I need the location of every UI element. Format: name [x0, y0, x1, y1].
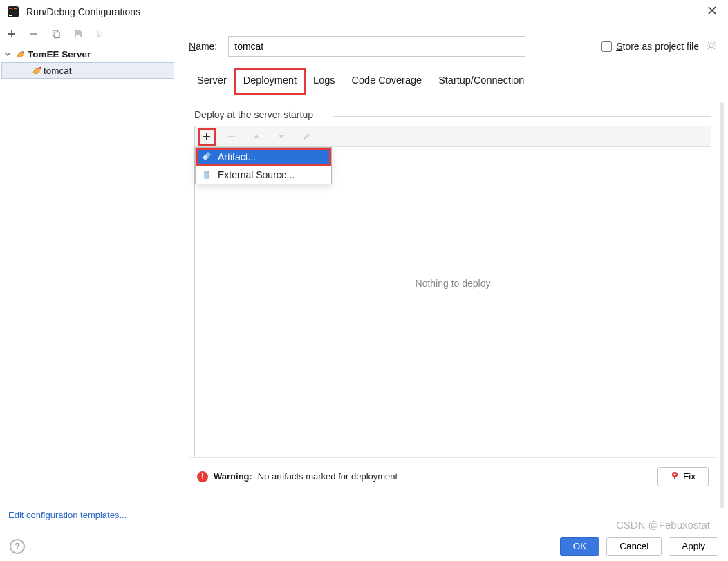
right-pane: Name: Store as project file Server Deplo… [176, 23, 728, 531]
store-as-project-label: Store as project file [616, 41, 699, 52]
tree-folder-tomee[interactable]: TomEE Server [0, 46, 176, 62]
store-as-project-wrap: Store as project file [601, 40, 717, 53]
tomee-server-icon [14, 48, 28, 59]
deploy-section-title: Deploy at the server startup [194, 108, 711, 124]
name-row: Name: Store as project file [189, 36, 717, 57]
dropdown-item-label: Artifact... [218, 151, 256, 162]
deploy-edit-button [300, 131, 312, 143]
save-config-button [72, 28, 84, 40]
config-tabs: Server Deployment Logs Code Coverage Sta… [189, 69, 717, 95]
external-source-icon [201, 169, 212, 180]
svg-text:z: z [100, 34, 102, 38]
tomcat-config-icon [30, 65, 44, 76]
dropdown-item-external-source[interactable]: External Source... [196, 166, 331, 184]
apply-button[interactable]: Apply [669, 537, 718, 556]
edit-templates-link[interactable]: Edit configuration templates... [0, 503, 176, 531]
fix-bulb-icon [671, 471, 679, 482]
warning-icon: ! [197, 471, 208, 482]
svg-rect-2 [9, 15, 12, 16]
svg-rect-1 [9, 8, 12, 9]
tab-deployment[interactable]: Deployment [235, 69, 305, 95]
tab-code-coverage[interactable]: Code Coverage [344, 69, 431, 95]
sort-config-button: az [94, 28, 106, 40]
svg-rect-13 [205, 171, 209, 178]
tab-logs[interactable]: Logs [305, 69, 343, 95]
add-config-button[interactable] [6, 28, 18, 40]
tree-item-label: tomcat [44, 66, 72, 76]
deploy-up-button [250, 131, 263, 143]
tree-folder-label: TomEE Server [28, 49, 91, 59]
deploy-toolbar [195, 126, 711, 147]
svg-rect-5 [55, 32, 59, 38]
intellij-app-icon [7, 6, 19, 18]
tab-startup-connection[interactable]: Startup/Connection [430, 69, 532, 95]
store-as-project-checkbox[interactable] [601, 41, 612, 52]
svg-point-16 [673, 473, 675, 475]
deploy-remove-button [225, 131, 238, 143]
left-toolbar: az [0, 23, 176, 44]
help-button[interactable]: ? [10, 539, 25, 554]
copy-config-button[interactable] [50, 28, 62, 40]
dropdown-item-artifact[interactable]: Artifact... [196, 148, 331, 166]
right-scrollbar[interactable] [720, 102, 724, 508]
svg-rect-3 [14, 8, 17, 9]
svg-point-10 [709, 44, 713, 48]
left-pane: az TomEE Server tomcat Edit configuratio… [0, 23, 176, 531]
artifact-icon [201, 151, 212, 162]
dialog-body: az TomEE Server tomcat Edit configuratio… [0, 23, 728, 531]
deploy-add-button[interactable] [200, 131, 213, 143]
warning-title: Warning: [214, 471, 252, 482]
warning-text: No artifacts marked for deployment [258, 471, 398, 482]
svg-rect-15 [674, 477, 675, 479]
deploy-add-dropdown: Artifact... External Source... [195, 147, 332, 184]
close-icon[interactable] [703, 3, 721, 20]
deployment-section: Deploy at the server startup Artifact... [189, 95, 717, 457]
fix-button[interactable]: Fix [657, 467, 709, 486]
titlebar: Run/Debug Configurations [0, 0, 728, 23]
dialog-footer: ? OK Cancel Apply [0, 531, 728, 561]
remove-config-button[interactable] [28, 28, 40, 40]
config-name-input[interactable] [228, 36, 525, 57]
window-title: Run/Debug Configurations [26, 6, 703, 17]
gear-icon[interactable] [706, 40, 717, 53]
warning-bar: ! Warning: No artifacts marked for deplo… [189, 457, 717, 488]
deploy-down-button [275, 131, 288, 143]
deploy-list-box: Artifact... External Source... Nothing t… [194, 126, 711, 457]
ok-button[interactable]: OK [560, 537, 600, 556]
deploy-empty-placeholder: Nothing to deploy [195, 278, 711, 289]
cancel-button[interactable]: Cancel [606, 537, 662, 556]
chevron-down-icon [4, 49, 14, 59]
config-tree[interactable]: TomEE Server tomcat [0, 44, 176, 503]
svg-point-9 [22, 51, 24, 53]
tab-server[interactable]: Server [189, 69, 235, 95]
tree-item-tomcat[interactable]: tomcat [1, 62, 174, 79]
name-label: Name: [189, 41, 217, 52]
svg-rect-6 [76, 35, 80, 37]
dropdown-item-label: External Source... [218, 169, 295, 180]
